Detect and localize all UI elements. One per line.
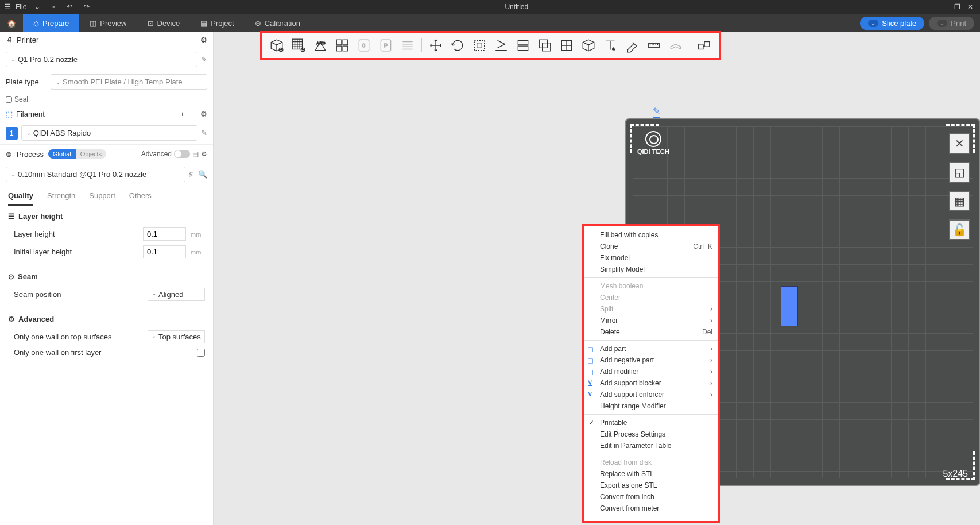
only-one-wall-first-checkbox[interactable] — [197, 349, 205, 357]
file-menu[interactable]: File — [16, 3, 26, 11]
ctx-add-part[interactable]: ◻Add part› — [584, 343, 718, 354]
printer-select[interactable]: ⌄Q1 Pro 0.2 nozzle — [6, 52, 197, 67]
variable-layer-icon[interactable]: 0 — [356, 37, 372, 53]
remove-filament-icon[interactable]: − — [190, 110, 195, 118]
ctx-delete[interactable]: DeleteDel — [584, 326, 718, 338]
global-objects-toggle[interactable]: Global Objects — [48, 149, 106, 159]
assemble-icon[interactable] — [696, 37, 712, 53]
redo-icon[interactable]: ↷ — [80, 3, 93, 11]
layer-height-input[interactable] — [143, 227, 186, 241]
printer-icon: 🖨 — [6, 36, 13, 44]
assembly-icon[interactable] — [668, 37, 684, 53]
perspective-icon[interactable]: ◱ — [949, 162, 970, 183]
new-icon[interactable]: ▫ — [49, 3, 58, 11]
add-cube-icon[interactable] — [269, 37, 285, 53]
flatten-icon[interactable] — [493, 37, 509, 53]
edit-printer-icon[interactable]: ✎ — [201, 55, 207, 64]
layout-icon[interactable]: ▦ — [949, 191, 970, 211]
measure-icon[interactable] — [646, 37, 662, 53]
seam-paint-icon[interactable] — [580, 37, 596, 53]
svg-rect-22 — [704, 42, 710, 47]
maximize-icon[interactable]: ❐ — [954, 3, 960, 11]
ctx-edit-process[interactable]: Edit Process Settings — [584, 429, 718, 440]
undo-icon[interactable]: ↶ — [63, 3, 76, 11]
svg-text:a: a — [612, 46, 615, 51]
filament-icon: ⬚ — [6, 110, 13, 118]
preview-tab[interactable]: ◫Preview — [79, 14, 137, 32]
ctx-height-range[interactable]: Height range Modifier — [584, 400, 718, 412]
process-gear-icon[interactable]: ⚙ — [201, 150, 207, 158]
ctx-add-modifier[interactable]: ◻Add modifier› — [584, 366, 718, 377]
prepare-tab[interactable]: ◇Prepare — [23, 14, 79, 32]
ctx-replace-stl[interactable]: Replace with STL — [584, 468, 718, 480]
rotate-icon[interactable] — [450, 37, 466, 53]
list-icon[interactable]: ▤ — [192, 150, 199, 158]
sidebar: 🖨 Printer ⚙ ⌄Q1 Pro 0.2 nozzle ✎ Plate t… — [0, 32, 214, 525]
ctx-fill-bed[interactable]: Fill bed with copies — [584, 229, 718, 241]
project-tab[interactable]: ▤Project — [190, 14, 244, 32]
ctx-mirror[interactable]: Mirror› — [584, 315, 718, 326]
print-button[interactable]: ⌄Print — [929, 17, 974, 30]
svg-rect-17 — [542, 43, 550, 51]
advanced-label: Advanced — [141, 150, 172, 158]
home-tab[interactable]: 🏠 — [0, 14, 23, 32]
calibration-tab[interactable]: ⊕Calibration — [245, 14, 311, 32]
ctx-add-support-blocker[interactable]: ⊻Add support blocker› — [584, 377, 718, 389]
selected-object[interactable] — [781, 286, 798, 326]
advanced-switch[interactable] — [174, 150, 190, 158]
ctx-edit-param-table[interactable]: Edit in Parameter Table — [584, 440, 718, 451]
ctx-export-stl[interactable]: Export as one STL — [584, 480, 718, 491]
ctx-add-negative[interactable]: ◻Add negative part› — [584, 354, 718, 366]
seal-checkbox[interactable] — [6, 96, 12, 103]
file-dropdown-icon[interactable]: ⌄ — [31, 3, 44, 11]
plate-dimension: 5x245 — [943, 469, 968, 479]
ctx-clone[interactable]: CloneCtrl+K — [584, 241, 718, 252]
plate-type-select[interactable]: ⌄Smooth PEI Plate / High Temp Plate — [51, 74, 207, 90]
color-paint-icon[interactable] — [624, 37, 640, 53]
ctx-add-support-enforcer[interactable]: ⊻Add support enforcer› — [584, 389, 718, 400]
quality-tab[interactable]: Quality — [8, 191, 33, 206]
save-process-icon[interactable]: ⎘ — [189, 170, 193, 179]
lock-icon[interactable]: 🔓 — [949, 219, 970, 240]
filament-number[interactable]: 1 — [6, 127, 18, 140]
ctx-simplify[interactable]: Simplify Model — [584, 264, 718, 275]
ctx-fix-model[interactable]: Fix model — [584, 252, 718, 264]
lines-icon[interactable] — [400, 37, 416, 53]
support-paint-icon[interactable] — [559, 37, 575, 53]
minimize-icon[interactable]: — — [940, 3, 947, 11]
auto-orient-icon[interactable]: AUTO — [312, 37, 328, 53]
add-filament-icon[interactable]: + — [180, 110, 185, 118]
edit-filament-icon[interactable]: ✎ — [201, 129, 207, 137]
initial-layer-input[interactable] — [143, 245, 186, 258]
search-process-icon[interactable]: 🔍 — [198, 170, 207, 179]
plate-settings-icon[interactable]: P — [378, 37, 394, 53]
cut-icon[interactable] — [515, 37, 531, 53]
arrange-icon[interactable] — [334, 37, 350, 53]
strength-tab[interactable]: Strength — [47, 191, 75, 206]
only-one-wall-top-select[interactable]: ⌄Top surfaces — [148, 330, 205, 343]
process-select[interactable]: ⌄0.10mm Standard @Q1 Pro 0.2 nozzle — [6, 167, 185, 182]
gear-icon[interactable]: ⚙ — [200, 36, 207, 44]
scale-icon[interactable] — [471, 37, 487, 53]
close-view-icon[interactable]: ✕ — [949, 133, 970, 154]
ctx-printable[interactable]: ✓Printable — [584, 417, 718, 429]
mesh-boolean-icon[interactable] — [537, 37, 553, 53]
move-icon[interactable] — [428, 37, 444, 53]
ctx-reload-disk: Reload from disk — [584, 457, 718, 468]
ctx-convert-inch[interactable]: Convert from inch — [584, 491, 718, 503]
filament-select[interactable]: ⌄QIDI ABS Rapido — [21, 125, 197, 141]
seam-position-select[interactable]: ⌄Aligned — [148, 288, 205, 301]
slice-plate-button[interactable]: ⌄Slice plate — [860, 17, 924, 30]
text-icon[interactable]: a — [602, 37, 618, 53]
ctx-convert-meter[interactable]: Convert from meter — [584, 503, 718, 514]
setting-tabs: Quality Strength Support Others — [0, 186, 213, 206]
support-tab[interactable]: Support — [89, 191, 115, 206]
others-tab[interactable]: Others — [129, 191, 152, 206]
close-icon[interactable]: ✕ — [967, 3, 973, 11]
plate-edit-icon[interactable]: ✎ — [653, 106, 660, 118]
menu-icon[interactable]: ☰ — [5, 3, 11, 11]
filament-gear-icon[interactable]: ⚙ — [200, 110, 207, 118]
support-blocker-icon: ⊻ — [587, 379, 593, 388]
add-plate-icon[interactable] — [290, 37, 307, 53]
device-tab[interactable]: ⊡Device — [137, 14, 191, 32]
